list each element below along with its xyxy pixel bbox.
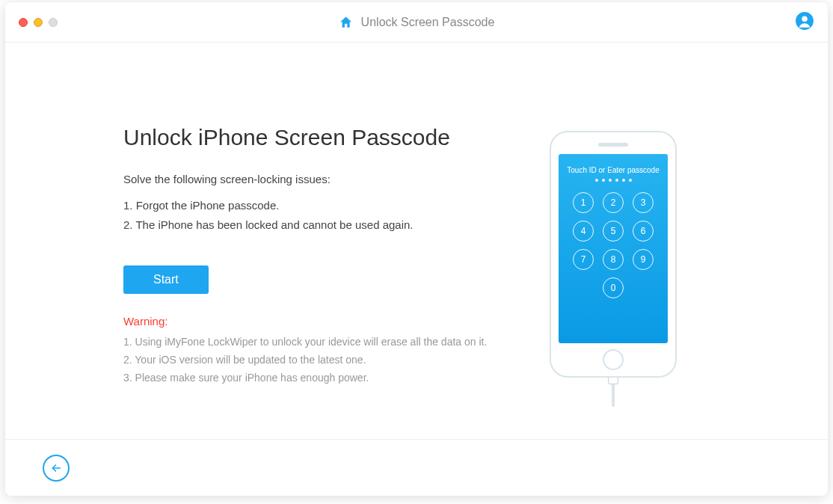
warning-item: 1. Using iMyFone LockWiper to unlock you…: [123, 334, 527, 351]
phone-cable: [608, 378, 618, 407]
phone-illustration: Touch ID or Eater passcode 1 2 3 4: [550, 131, 677, 378]
passcode-dot: [595, 179, 598, 182]
back-button[interactable]: [43, 455, 70, 482]
arrow-left-icon: [50, 462, 62, 474]
illustration: Touch ID or Eater passcode 1 2 3 4: [527, 125, 699, 439]
passcode-dots: [595, 179, 632, 182]
lock-screen-title: Touch ID or Eater passcode: [567, 166, 659, 174]
keypad-key: 3: [633, 192, 654, 213]
profile-button[interactable]: [795, 11, 814, 34]
svg-point-1: [802, 16, 808, 22]
warning-heading: Warning:: [123, 315, 527, 328]
keypad-key: 7: [573, 249, 594, 270]
passcode-dot: [609, 179, 612, 182]
warning-item: 2. Your iOS version will be updated to t…: [123, 351, 527, 369]
keypad-key: 9: [633, 249, 654, 270]
keypad-key: 5: [603, 221, 624, 242]
window-title: Unlock Screen Passcode: [339, 15, 495, 30]
cable-wire: [612, 384, 615, 407]
passcode-dot: [622, 179, 625, 182]
warnings-list: 1. Using iMyFone LockWiper to unlock you…: [123, 334, 527, 387]
issue-item: 1. Forgot the iPhone passcode.: [123, 196, 527, 215]
passcode-dot: [629, 179, 632, 182]
close-window-button[interactable]: [19, 18, 28, 27]
passcode-dot: [615, 179, 618, 182]
maximize-window-button[interactable]: [49, 18, 58, 27]
subtitle: Solve the following screen-locking issue…: [123, 173, 527, 185]
content-left: Unlock iPhone Screen Passcode Solve the …: [123, 125, 527, 439]
issues-list: 1. Forgot the iPhone passcode. 2. The iP…: [123, 196, 527, 234]
issue-item: 2. The iPhone has been locked and cannot…: [123, 215, 527, 235]
phone-speaker: [598, 143, 628, 147]
titlebar: Unlock Screen Passcode: [5, 2, 828, 43]
keypad-key: 8: [603, 249, 624, 270]
main-content: Unlock iPhone Screen Passcode Solve the …: [5, 43, 828, 439]
phone-screen: Touch ID or Eater passcode 1 2 3 4: [559, 154, 668, 343]
app-window: Unlock Screen Passcode Unlock iPhone Scr…: [5, 2, 828, 496]
footer: [5, 439, 828, 496]
keypad-key: 4: [573, 221, 594, 242]
cable-connector: [608, 377, 618, 384]
keypad-key: 2: [603, 192, 624, 213]
window-title-text: Unlock Screen Passcode: [361, 16, 495, 29]
home-icon: [339, 15, 354, 30]
window-controls: [19, 18, 58, 27]
passcode-dot: [602, 179, 605, 182]
minimize-window-button[interactable]: [34, 18, 43, 27]
warning-item: 3. Please make sure your iPhone has enou…: [123, 369, 527, 387]
user-icon: [795, 11, 814, 31]
keypad-key: 1: [573, 192, 594, 213]
phone-keypad: 1 2 3 4 5 6 7 8 9 0: [572, 192, 654, 298]
start-button[interactable]: Start: [123, 265, 209, 294]
phone-home-button: [603, 349, 624, 370]
keypad-key: 6: [633, 221, 654, 242]
page-title: Unlock iPhone Screen Passcode: [123, 125, 527, 150]
keypad-key: 0: [603, 277, 624, 298]
